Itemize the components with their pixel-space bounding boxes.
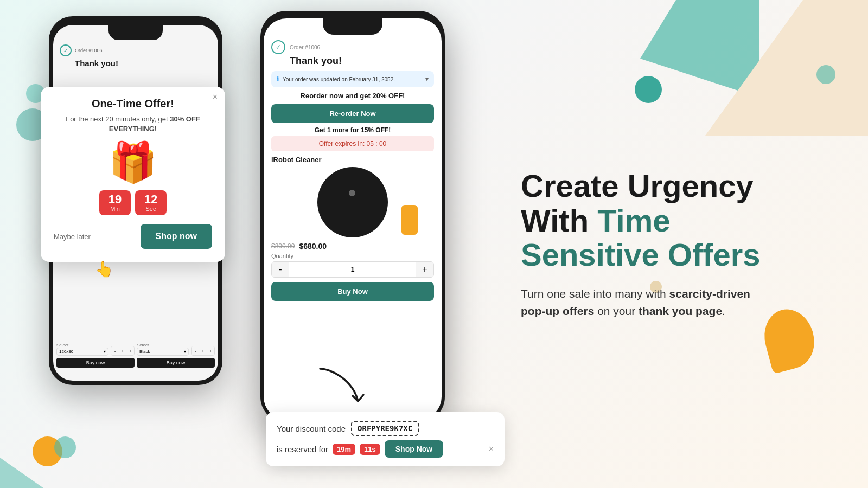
order-number-fg: Order #1006 <box>290 44 320 50</box>
phone-bg-notch <box>108 25 163 40</box>
qty-group2: - 1 + <box>191 343 215 356</box>
qty-row-sm2: - 1 + <box>191 346 215 356</box>
discount-shop-now-button[interactable]: Shop Now <box>385 440 443 458</box>
qty-row-sm: - 1 + <box>111 346 135 356</box>
phone-bg-bottom: Select 120x30 ▾ - 1 + <box>53 341 218 370</box>
popup-subtitle: For the next 20 minutes only, get 30% OF… <box>54 114 212 134</box>
qty-group: - 1 + <box>111 343 135 356</box>
phone-bg-content: ✓ Order #1006 Thank you! <box>53 40 218 72</box>
price-sale: $680.00 <box>299 242 327 251</box>
get-more-text: Get 1 more for 15% OFF! <box>271 126 434 134</box>
offer-expires: Offer expires in: 05 : 00 <box>271 136 434 151</box>
qty-minus-sm[interactable]: - <box>111 346 119 355</box>
one-time-offer-popup: × One-Time Offer! For the next 20 minute… <box>41 87 225 262</box>
headline-line2-teal: Time <box>597 203 670 238</box>
qty-val-sm2: 1 <box>199 349 207 354</box>
product-image-container <box>271 167 434 237</box>
select-row: Select 120x30 ▾ - 1 + <box>56 343 215 356</box>
price-original: $800.00 <box>271 242 295 250</box>
gift-icon: 🎁 <box>54 143 212 182</box>
discount-code: ORFPYRE9K7XC <box>351 421 419 436</box>
order-number-bg: Order #1006 <box>75 48 103 53</box>
quantity-label: Quantity <box>271 253 434 259</box>
popup-close-button[interactable]: × <box>213 92 218 102</box>
qty-val-sm: 1 <box>119 349 126 354</box>
robot-eye <box>349 190 355 196</box>
timer-seconds-value: 12 <box>137 194 164 206</box>
product-name: iRobot Cleaner <box>271 156 434 164</box>
discount-timer-seconds: 11s <box>360 444 380 455</box>
timer-minutes-label: Min <box>101 206 129 212</box>
thank-you-fg: Thank you! <box>290 55 434 67</box>
quantity-minus-button[interactable]: - <box>272 262 289 277</box>
info-banner: ℹ Your order was updated on February 31,… <box>271 71 434 87</box>
chevron-down-icon: ▾ <box>425 75 429 83</box>
cursor-icon: 👆 <box>95 260 114 278</box>
timer-minutes-box: 19 Min <box>99 190 131 215</box>
qty-minus-sm2[interactable]: - <box>192 346 199 355</box>
check-icon-bg: ✓ <box>60 44 72 56</box>
phone-small-image <box>401 205 418 235</box>
order-header-bg: ✓ Order #1006 <box>60 44 212 56</box>
order-header-fg: ✓ Order #1006 <box>271 40 434 54</box>
phone-fg-notch <box>323 18 382 35</box>
headline: Create Urgency With Time Sensitive Offer… <box>521 169 835 272</box>
timer-seconds-label: Sec <box>137 206 164 212</box>
check-icon-fg: ✓ <box>271 40 285 54</box>
qty-plus-sm[interactable]: + <box>126 346 134 355</box>
subtext: Turn one sale into many with scarcity-dr… <box>521 285 781 319</box>
robot-cleaner-image <box>317 167 388 237</box>
discount-row1: Your discount code ORFPYRE9K7XC <box>277 421 494 436</box>
maybe-later-link[interactable]: Maybe later <box>54 233 91 241</box>
phones-section: ✓ Order #1006 Thank you! Select 120x30 <box>33 0 477 488</box>
phone-fg-content: ✓ Order #1006 Thank you! ℹ Your order wa… <box>264 35 442 306</box>
qty-plus-sm2[interactable]: + <box>207 346 214 355</box>
discount-text1: Your discount code <box>277 424 346 433</box>
timer-row: 19 Min 12 Sec <box>54 190 212 215</box>
select-group-size: Select 120x30 ▾ <box>56 343 108 356</box>
headline-line2-normal: With <box>521 203 597 238</box>
info-text: Your order was updated on February 31, 2… <box>283 76 422 82</box>
discount-banner-close[interactable]: × <box>489 444 494 454</box>
buy-now-btn-sm2[interactable]: Buy now <box>137 358 215 368</box>
popup-subtitle-normal: For the next 20 minutes only, get <box>66 115 170 123</box>
quantity-plus-button[interactable]: + <box>416 262 433 277</box>
popup-actions: Maybe later Shop now <box>54 224 212 249</box>
reorder-promo: Reorder now and get 20% OFF! <box>271 92 434 100</box>
discount-timer-minutes: 19m <box>333 444 355 455</box>
popup-title: One-Time Offer! <box>54 98 212 110</box>
text-section: Create Urgency With Time Sensitive Offer… <box>499 169 835 319</box>
headline-line1: Create Urgency <box>521 168 754 203</box>
shop-now-button[interactable]: Shop now <box>141 224 212 249</box>
discount-row2: is reserved for 19m 11s Shop Now × <box>277 440 494 458</box>
reorder-now-button[interactable]: Re-order Now <box>271 104 434 123</box>
select-box-color: Black ▾ <box>137 348 189 356</box>
phone-bg-bottom-area: Select 120x30 ▾ - 1 + <box>53 341 218 370</box>
timer-seconds-box: 12 Sec <box>135 190 167 215</box>
buy-now-button[interactable]: Buy Now <box>271 282 434 301</box>
reserved-text: is reserved for <box>277 445 328 454</box>
buy-row: Buy now Buy now <box>56 358 215 368</box>
main-layout: ✓ Order #1006 Thank you! Select 120x30 <box>0 0 868 488</box>
select-box-size: 120x30 ▾ <box>56 348 108 356</box>
quantity-value: 1 <box>289 266 416 273</box>
thank-you-bg: Thank you! <box>75 59 212 68</box>
price-row: $800.00 $680.00 <box>271 242 434 251</box>
discount-banner: Your discount code ORFPYRE9K7XC is reser… <box>266 412 505 466</box>
buy-now-btn-sm[interactable]: Buy now <box>56 358 135 368</box>
select-label-size: Select <box>56 343 108 348</box>
headline-line3: Sensitive Offers <box>521 237 761 272</box>
quantity-row: - 1 + <box>271 261 434 278</box>
subtext-bold2: thank you page <box>639 305 722 317</box>
select-label-color: Select <box>137 343 189 348</box>
timer-minutes-value: 19 <box>101 194 129 206</box>
select-group-color: Select Black ▾ <box>137 343 189 356</box>
info-icon: ℹ <box>277 75 279 83</box>
